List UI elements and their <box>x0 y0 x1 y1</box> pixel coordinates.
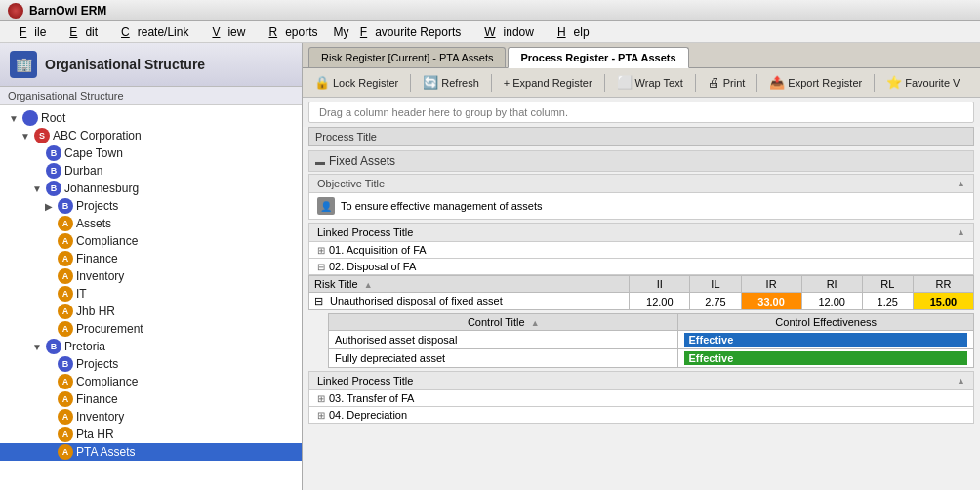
expand-jhb-hr[interactable] <box>43 306 55 317</box>
menu-edit[interactable]: Edit <box>54 23 105 41</box>
expand-inventory-jhb[interactable] <box>43 270 55 282</box>
right-panel: Risk Register [Current] - PTA Assets Pro… <box>303 43 980 490</box>
tree-node-procurement-jhb[interactable]: A Procurement <box>0 320 302 338</box>
wrap-text-button[interactable]: ⬜ Wrap Text <box>611 73 689 92</box>
control-row-1[interactable]: Authorised asset disposal Effective <box>329 331 974 349</box>
expand-capetown[interactable] <box>31 147 43 159</box>
risk-ri-col: RI <box>801 276 862 293</box>
node-icon-jhb-hr: A <box>58 304 73 319</box>
expand-register-button[interactable]: + Expand Register <box>498 75 598 91</box>
tab-risk-register-label: Risk Register [Current] - PTA Assets <box>321 52 493 63</box>
expand-abc[interactable]: ▼ <box>20 130 31 142</box>
node-icon-root <box>22 110 38 126</box>
expand-root[interactable]: ▼ <box>8 112 20 124</box>
expand-pta-assets[interactable] <box>43 446 55 458</box>
expand-it-jhb[interactable] <box>43 288 55 300</box>
export-register-button[interactable]: 📤 Export Register <box>763 73 868 92</box>
node-label-inventory-pta: Inventory <box>76 410 124 424</box>
node-label-procurement-jhb: Procurement <box>76 322 143 336</box>
expand-projects-pta[interactable] <box>43 358 55 370</box>
tree-node-finance-jhb[interactable]: A Finance <box>0 250 302 267</box>
favourite-label: Favourite V <box>905 77 960 89</box>
node-icon-assets-jhb: A <box>58 216 73 231</box>
lock-register-button[interactable]: 🔒 Lock Register <box>308 73 404 92</box>
tree-node-capetown[interactable]: B Cape Town <box>0 144 302 162</box>
tabs-row: Risk Register [Current] - PTA Assets Pro… <box>303 43 980 68</box>
expand-projects-jhb[interactable]: ▶ <box>43 200 55 212</box>
tree-node-abc[interactable]: ▼ S ABC Corporation <box>0 127 302 144</box>
refresh-icon: 🔄 <box>423 75 438 90</box>
tree-node-inventory-jhb[interactable]: A Inventory <box>0 267 302 285</box>
menu-file[interactable]: File <box>4 23 54 41</box>
tree-node-assets-jhb[interactable]: A Assets <box>0 215 302 232</box>
tree-node-durban[interactable]: B Durban <box>0 162 302 180</box>
tree-node-compliance-pta[interactable]: A Compliance <box>0 373 302 390</box>
collapse-fixed-assets-btn[interactable]: ▬ <box>315 156 325 167</box>
refresh-button[interactable]: 🔄 Refresh <box>417 73 485 92</box>
risk-expand-1[interactable]: ⊟ <box>314 295 323 306</box>
tree-node-finance-pta[interactable]: A Finance <box>0 390 302 408</box>
expand-p04-icon[interactable]: ⊞ <box>317 410 325 421</box>
risk-ri-1: 12.00 <box>801 293 862 310</box>
process-row-04[interactable]: ⊞ 04. Depreciation <box>308 407 974 424</box>
expand-assets-jhb[interactable] <box>43 218 55 229</box>
sort-arrow-lp2[interactable]: ▲ <box>957 376 965 386</box>
menu-reports[interactable]: Reports <box>253 23 325 41</box>
control-title-2: Fully depreciated asset <box>329 349 678 368</box>
expand-procurement-jhb[interactable] <box>43 323 55 335</box>
sort-arrow-obj[interactable]: ▲ <box>957 179 965 188</box>
wrap-text-icon: ⬜ <box>617 75 633 90</box>
tab-process-register[interactable]: Process Register - PTA Assets <box>508 47 688 68</box>
node-icon-pta-hr: A <box>58 427 73 442</box>
expand-finance-jhb[interactable] <box>43 253 55 265</box>
expand-compliance-pta[interactable] <box>43 376 55 388</box>
menu-view[interactable]: View <box>196 23 253 41</box>
tree-node-inventory-pta[interactable]: A Inventory <box>0 408 302 426</box>
expand-jhb[interactable]: ▼ <box>31 183 43 194</box>
expand-p02-icon[interactable]: ⊟ <box>317 262 325 272</box>
tree-node-jhb-hr[interactable]: A Jhb HR <box>0 303 302 320</box>
sort-arrow-lp[interactable]: ▲ <box>957 227 965 237</box>
process-row-02[interactable]: ⊟ 02. Disposal of FA <box>308 259 974 275</box>
menu-help[interactable]: Help <box>542 23 597 41</box>
wrap-text-label: Wrap Text <box>635 77 683 89</box>
menu-window[interactable]: Window <box>469 23 542 41</box>
print-label: Print <box>723 77 746 89</box>
expand-pretoria[interactable]: ▼ <box>31 341 43 352</box>
menu-create-link[interactable]: Create/Link <box>105 23 196 41</box>
tree-node-pretoria[interactable]: ▼ B Pretoria <box>0 338 302 355</box>
tree-node-it-jhb[interactable]: A IT <box>0 285 302 303</box>
process-title-table: Process Title <box>308 127 974 146</box>
expand-compliance-jhb[interactable] <box>43 235 55 247</box>
risk-row-1[interactable]: ⊟ Unauthorised disposal of fixed asset 1… <box>309 293 974 310</box>
risk-rr-col: RR <box>913 276 973 293</box>
expand-durban[interactable] <box>31 165 43 177</box>
process-row-01[interactable]: ⊞ 01. Acquisition of FA <box>308 242 974 259</box>
expand-inventory-pta[interactable] <box>43 411 55 423</box>
org-title: Organisational Structure <box>45 57 205 72</box>
tree-node-compliance-jhb[interactable]: A Compliance <box>0 232 302 250</box>
toolbar-sep-5 <box>756 74 757 92</box>
expand-p01-icon[interactable]: ⊞ <box>317 245 325 256</box>
lock-icon: 🔒 <box>314 75 330 90</box>
node-label-capetown: Cape Town <box>64 146 123 160</box>
control-title-col: Control Title ▲ <box>329 314 678 331</box>
expand-finance-pta[interactable] <box>43 393 55 405</box>
favourite-button[interactable]: ⭐ Favourite V <box>880 73 965 92</box>
tree-node-projects-pta[interactable]: B Projects <box>0 355 302 373</box>
tree-node-projects-jhb[interactable]: ▶ B Projects <box>0 197 302 215</box>
print-button[interactable]: 🖨 Print <box>702 73 752 92</box>
tree-node-pta-hr[interactable]: A Pta HR <box>0 426 302 443</box>
control-row-2[interactable]: Fully depreciated asset Effective <box>329 349 974 368</box>
tree-node-root[interactable]: ▼ Root <box>0 109 302 127</box>
process-row-03[interactable]: ⊞ 03. Transfer of FA <box>308 390 974 407</box>
process-title-col-header: Process Title <box>309 128 974 146</box>
tab-risk-register[interactable]: Risk Register [Current] - PTA Assets <box>308 47 506 67</box>
node-label-finance-jhb: Finance <box>76 252 118 265</box>
expand-pta-hr[interactable] <box>43 429 55 440</box>
expand-p03-icon[interactable]: ⊞ <box>317 393 325 404</box>
menu-favourite-reports[interactable]: My Favourite Reports <box>326 23 470 41</box>
tree-node-pta-assets[interactable]: A PTA Assets <box>0 443 302 461</box>
print-icon: 🖨 <box>708 75 720 90</box>
tree-node-jhb[interactable]: ▼ B Johannesburg <box>0 180 302 197</box>
